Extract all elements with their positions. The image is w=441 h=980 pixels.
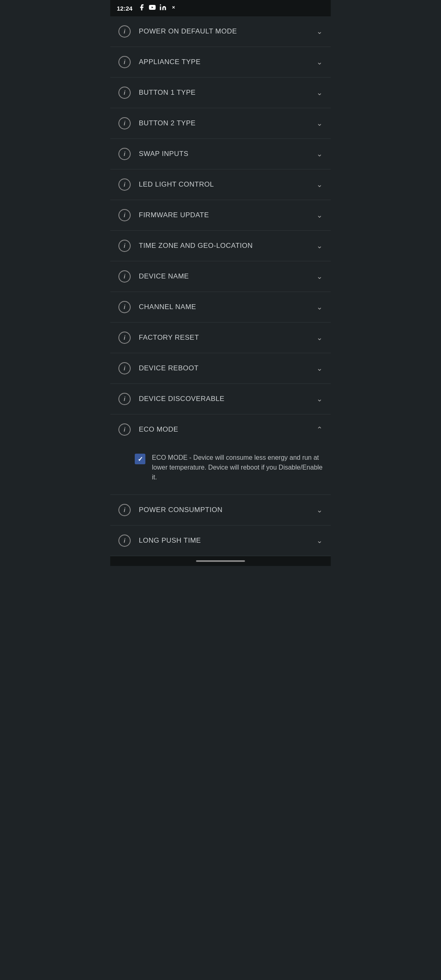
setting-label-swap-inputs: SWAP INPUTS	[139, 150, 316, 158]
info-icon-swap-inputs: i	[118, 148, 131, 160]
setting-label-power-on-default-mode: POWER ON DEFAULT MODE	[139, 27, 316, 36]
youtube-icon	[149, 4, 156, 13]
info-icon-time-zone-geo-location: i	[118, 240, 131, 252]
setting-label-button-2-type: BUTTON 2 TYPE	[139, 119, 316, 127]
info-icon-eco-mode: i	[118, 423, 131, 436]
eco-mode-description: ✓ ECO MODE - Device will consume less en…	[135, 453, 323, 482]
home-indicator	[196, 560, 245, 562]
chevron-button-2-type: ⌄	[316, 119, 323, 128]
setting-label-device-discoverable: DEVICE DISCOVERABLE	[139, 395, 316, 403]
chevron-eco-mode: ⌃	[316, 425, 323, 434]
chevron-power-on-default-mode: ⌄	[316, 27, 323, 36]
setting-label-led-light-control: LED LIGHT CONTROL	[139, 180, 316, 189]
svg-point-2	[160, 4, 161, 6]
chevron-power-consumption: ⌄	[316, 506, 323, 514]
eco-mode-checkbox[interactable]: ✓	[135, 454, 145, 464]
setting-row-button-1-type[interactable]: i BUTTON 1 TYPE ⌄	[110, 78, 331, 108]
chevron-device-name: ⌄	[316, 272, 323, 281]
chevron-button-1-type: ⌄	[316, 88, 323, 97]
settings-list: i POWER ON DEFAULT MODE ⌄ i APPLIANCE TY…	[110, 16, 331, 556]
setting-row-factory-reset[interactable]: i FACTORY RESET ⌄	[110, 323, 331, 353]
setting-label-long-push-time: LONG PUSH TIME	[139, 537, 316, 545]
setting-label-device-reboot: DEVICE REBOOT	[139, 364, 316, 372]
setting-row-firmware-update[interactable]: i FIRMWARE UPDATE ⌄	[110, 200, 331, 231]
chevron-channel-name: ⌄	[316, 303, 323, 312]
eco-mode-expanded-content: ✓ ECO MODE - Device will consume less en…	[110, 445, 331, 495]
setting-label-channel-name: CHANNEL NAME	[139, 303, 316, 311]
chevron-long-push-time: ⌄	[316, 536, 323, 545]
info-icon-power-on-default-mode: i	[118, 25, 131, 38]
chevron-device-reboot: ⌄	[316, 364, 323, 373]
info-icon-long-push-time: i	[118, 535, 131, 547]
checkbox-check-icon: ✓	[138, 455, 143, 463]
setting-row-time-zone-geo-location[interactable]: i TIME ZONE AND GEO-LOCATION ⌄	[110, 231, 331, 261]
fan-icon	[170, 4, 177, 13]
chevron-time-zone-geo-location: ⌄	[316, 241, 323, 250]
eco-mode-text: ECO MODE - Device will consume less ener…	[152, 453, 323, 482]
setting-label-device-name: DEVICE NAME	[139, 272, 316, 281]
setting-label-factory-reset: FACTORY RESET	[139, 334, 316, 342]
info-icon-button-1-type: i	[118, 87, 131, 99]
setting-row-power-consumption[interactable]: i POWER CONSUMPTION ⌄	[110, 495, 331, 526]
svg-point-3	[173, 7, 174, 8]
setting-row-button-2-type[interactable]: i BUTTON 2 TYPE ⌄	[110, 108, 331, 139]
setting-row-device-reboot[interactable]: i DEVICE REBOOT ⌄	[110, 353, 331, 384]
setting-row-led-light-control[interactable]: i LED LIGHT CONTROL ⌄	[110, 169, 331, 200]
setting-row-appliance-type[interactable]: i APPLIANCE TYPE ⌄	[110, 47, 331, 78]
setting-label-button-1-type: BUTTON 1 TYPE	[139, 89, 316, 97]
info-icon-appliance-type: i	[118, 56, 131, 68]
setting-row-swap-inputs[interactable]: i SWAP INPUTS ⌄	[110, 139, 331, 169]
setting-row-device-discoverable[interactable]: i DEVICE DISCOVERABLE ⌄	[110, 384, 331, 414]
info-icon-device-reboot: i	[118, 362, 131, 374]
chevron-swap-inputs: ⌄	[316, 149, 323, 158]
status-icons	[138, 4, 177, 13]
info-icon-power-consumption: i	[118, 504, 131, 516]
info-icon-factory-reset: i	[118, 332, 131, 344]
setting-row-power-on-default-mode[interactable]: i POWER ON DEFAULT MODE ⌄	[110, 16, 331, 47]
setting-label-time-zone-geo-location: TIME ZONE AND GEO-LOCATION	[139, 242, 316, 250]
status-bar: 12:24	[110, 0, 331, 16]
info-icon-firmware-update: i	[118, 209, 131, 221]
info-icon-device-discoverable: i	[118, 393, 131, 405]
setting-label-eco-mode: ECO MODE	[139, 425, 316, 434]
setting-label-firmware-update: FIRMWARE UPDATE	[139, 211, 316, 219]
svg-rect-1	[160, 7, 161, 10]
setting-row-long-push-time[interactable]: i LONG PUSH TIME ⌄	[110, 526, 331, 556]
setting-row-channel-name[interactable]: i CHANNEL NAME ⌄	[110, 292, 331, 323]
info-icon-device-name: i	[118, 270, 131, 283]
setting-row-eco-mode[interactable]: i ECO MODE ⌃	[110, 414, 331, 445]
chevron-factory-reset: ⌄	[316, 333, 323, 342]
setting-label-appliance-type: APPLIANCE TYPE	[139, 58, 316, 66]
chevron-appliance-type: ⌄	[316, 58, 323, 67]
linkedin-icon	[159, 4, 167, 13]
setting-row-device-name[interactable]: i DEVICE NAME ⌄	[110, 261, 331, 292]
info-icon-led-light-control: i	[118, 178, 131, 191]
status-time: 12:24	[117, 5, 132, 12]
setting-label-power-consumption: POWER CONSUMPTION	[139, 506, 316, 514]
info-icon-button-2-type: i	[118, 117, 131, 129]
chevron-firmware-update: ⌄	[316, 211, 323, 220]
chevron-device-discoverable: ⌄	[316, 394, 323, 403]
info-icon-channel-name: i	[118, 301, 131, 313]
chevron-led-light-control: ⌄	[316, 180, 323, 189]
facebook-icon	[138, 4, 145, 13]
